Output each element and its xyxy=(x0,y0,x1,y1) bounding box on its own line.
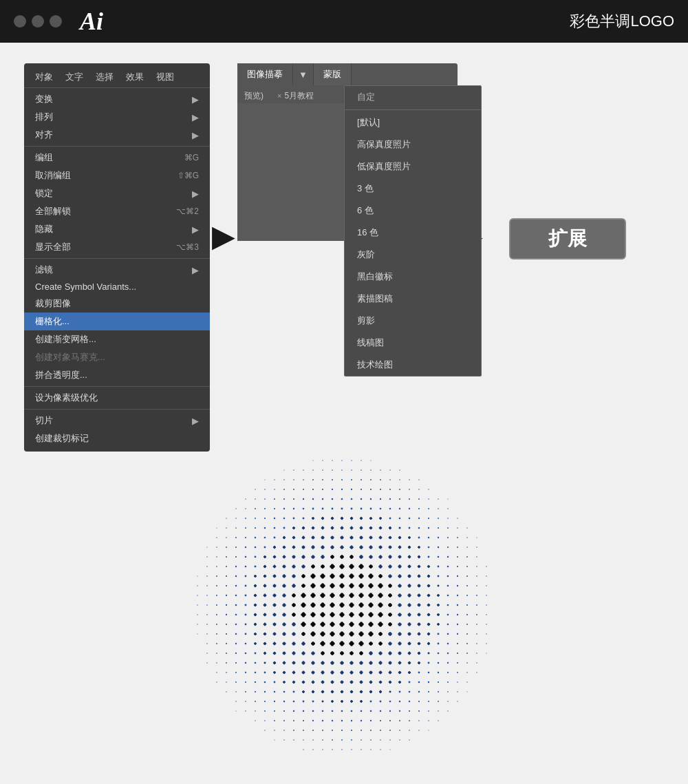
svg-point-196 xyxy=(341,527,343,529)
dd-item-sketch[interactable]: 素描图稿 xyxy=(345,288,481,310)
svg-point-821 xyxy=(206,595,208,596)
svg-point-407 xyxy=(206,556,207,557)
dd-item-low-photo[interactable]: 低保真度照片 xyxy=(345,156,481,178)
svg-point-317 xyxy=(235,547,237,548)
menu-item-rasterize[interactable]: 栅格化... xyxy=(24,312,210,330)
svg-point-2001 xyxy=(303,739,304,741)
svg-point-246 xyxy=(293,537,294,538)
svg-point-589 xyxy=(409,566,410,567)
svg-point-1435 xyxy=(361,643,363,645)
dd-item-6color[interactable]: 6 色 xyxy=(345,200,481,222)
svg-point-1822 xyxy=(389,681,391,683)
expand-button[interactable]: 扩展 xyxy=(509,218,626,259)
tab-preview[interactable]: 预览) xyxy=(237,87,270,105)
menu-item-slice[interactable]: 切片 ▶ xyxy=(24,412,210,430)
menu-item-mosaic: 创建对象马赛克... xyxy=(24,348,210,366)
svg-point-1952 xyxy=(380,710,382,712)
svg-point-1163 xyxy=(255,624,255,624)
dd-item-16color[interactable]: 16 色 xyxy=(345,222,481,244)
svg-point-1656 xyxy=(409,662,410,664)
svg-point-201 xyxy=(351,527,352,529)
svg-point-819 xyxy=(486,585,486,586)
svg-point-1968 xyxy=(332,720,333,721)
svg-point-1037 xyxy=(447,604,449,606)
dd-item-grayscale[interactable]: 灰阶 xyxy=(345,244,481,266)
menu-item-create-symbol[interactable]: Create Symbol Variants... xyxy=(24,279,210,295)
svg-point-870 xyxy=(332,595,334,597)
menu-item-show-all[interactable]: 显示全部 ⌥⌘3 xyxy=(24,238,210,256)
menu-item-unlock-all[interactable]: 全部解锁 ⌥⌘2 xyxy=(24,202,210,220)
svg-point-309 xyxy=(438,537,439,538)
svg-point-1945 xyxy=(312,710,314,712)
svg-point-325 xyxy=(274,547,275,547)
svg-point-616 xyxy=(255,575,255,576)
svg-point-1122 xyxy=(389,614,391,615)
svg-point-1733 xyxy=(380,672,381,673)
svg-point-1754 xyxy=(466,672,468,673)
svg-point-221 xyxy=(389,527,390,528)
menu-item-flatten-transparency[interactable]: 拼合透明度... xyxy=(24,366,210,384)
menu-item-gradient-mesh[interactable]: 创建渐变网格... xyxy=(24,330,210,348)
svg-point-403 xyxy=(447,547,449,548)
svg-point-1646 xyxy=(389,662,391,664)
menu-item-crop-image[interactable]: 裁剪图像 xyxy=(24,295,210,312)
svg-point-1410 xyxy=(312,643,314,644)
menu-item-transform[interactable]: 变换 ▶ xyxy=(24,90,210,108)
svg-point-1683 xyxy=(283,672,285,673)
menu-item-group[interactable]: 编组 ⌘G xyxy=(24,149,210,167)
dd-item-silhouette[interactable]: 剪影 xyxy=(345,310,481,332)
svg-point-151 xyxy=(389,518,391,520)
svg-point-404 xyxy=(457,547,458,548)
svg-point-80 xyxy=(245,508,246,509)
svg-point-1890 xyxy=(409,691,411,693)
menu-item-pixel-optimize[interactable]: 设为像素级优化 xyxy=(24,389,210,407)
svg-point-1897 xyxy=(235,701,236,701)
menu-item-hide[interactable]: 隐藏 ▶ xyxy=(24,220,210,238)
svg-point-164 xyxy=(264,527,266,529)
svg-point-1264 xyxy=(197,633,197,634)
svg-point-97 xyxy=(409,508,410,509)
svg-point-452 xyxy=(332,556,333,558)
svg-point-1772 xyxy=(293,681,294,682)
tab-may-tutorial[interactable]: × 5月教程 xyxy=(270,87,321,105)
svg-point-1021 xyxy=(409,604,410,606)
dd-item-line-art[interactable]: 线稿图 xyxy=(345,332,481,354)
svg-point-32 xyxy=(370,479,372,480)
svg-point-1158 xyxy=(245,624,247,626)
menu-item-lock[interactable]: 锁定 ▶ xyxy=(24,184,210,202)
svg-point-1150 xyxy=(466,614,468,615)
menu-item-align[interactable]: 对齐 ▶ xyxy=(24,126,210,144)
svg-point-1963 xyxy=(283,720,285,721)
svg-point-709 xyxy=(457,575,458,577)
toolbar-btn-mask[interactable]: 蒙版 xyxy=(313,63,352,85)
dd-item-default[interactable]: [默认] xyxy=(345,112,481,134)
svg-point-1137 xyxy=(418,614,420,615)
menu-item-filter[interactable]: 滤镜 ▶ xyxy=(24,261,210,279)
svg-point-2015 xyxy=(322,749,323,750)
toolbar-btn-trace[interactable]: 图像描摹 xyxy=(237,63,293,85)
dd-item-tech-drawing[interactable]: 技术绘图 xyxy=(345,354,481,376)
svg-point-1616 xyxy=(332,662,333,664)
svg-point-286 xyxy=(370,537,372,538)
svg-point-2010 xyxy=(389,739,391,741)
dd-item-custom[interactable]: 自定 xyxy=(345,86,481,108)
svg-point-602 xyxy=(457,566,458,567)
svg-point-417 xyxy=(264,556,265,557)
menu-item-ungroup[interactable]: 取消编组 ⇧⌘G xyxy=(24,167,210,184)
svg-point-2013 xyxy=(303,749,303,750)
svg-point-224 xyxy=(418,527,420,529)
svg-point-529 xyxy=(293,566,294,567)
svg-point-308 xyxy=(428,537,430,539)
dd-item-3color[interactable]: 3 色 xyxy=(345,178,481,200)
svg-point-1929 xyxy=(389,701,391,703)
dd-item-bw-badge[interactable]: 黑白徽标 xyxy=(345,266,481,288)
svg-point-1031 xyxy=(428,604,429,606)
svg-point-1782 xyxy=(312,681,314,683)
toolbar-dropdown[interactable]: ▼ xyxy=(293,65,313,84)
svg-point-717 xyxy=(235,585,237,587)
svg-point-748 xyxy=(303,585,304,586)
menu-item-arrange[interactable]: 排列 ▶ xyxy=(24,108,210,126)
dd-item-high-photo[interactable]: 高保真度照片 xyxy=(345,134,481,156)
svg-point-1892 xyxy=(428,691,429,692)
svg-point-51 xyxy=(380,489,381,490)
